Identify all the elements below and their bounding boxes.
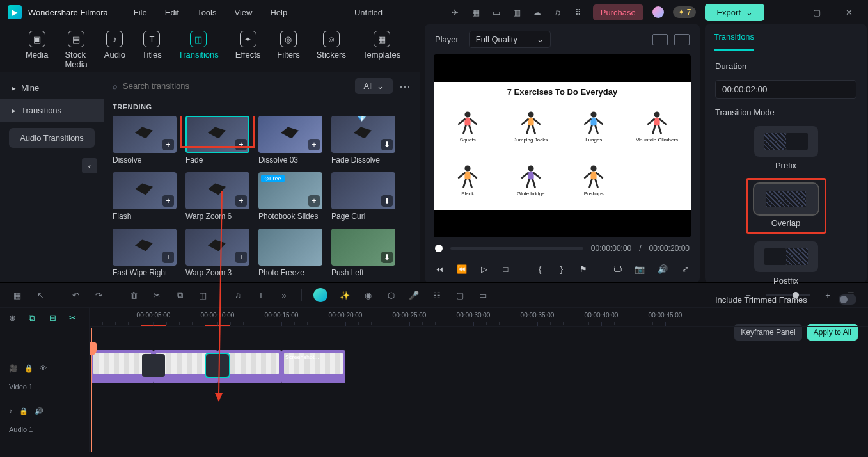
tab-filters[interactable]: ◎Filters <box>271 28 306 72</box>
music-icon[interactable]: ♫ <box>232 289 244 301</box>
quality-dropdown[interactable]: Full Quality⌄ <box>469 31 551 48</box>
credits-badge[interactable]: ✦ 7 <box>673 6 697 18</box>
record-icon[interactable]: ◉ <box>362 289 374 301</box>
tab-stickers[interactable]: ☺Stickers <box>310 28 352 72</box>
tab-effects[interactable]: ✦Effects <box>229 28 267 72</box>
menu-file[interactable]: File <box>134 8 147 17</box>
include-trimmed-toggle[interactable] <box>839 294 856 305</box>
menu-tools[interactable]: Tools <box>197 8 216 17</box>
layout-image-icon[interactable] <box>674 34 690 45</box>
marker-icon[interactable]: ⚑ <box>579 263 588 275</box>
add-icon[interactable]: + <box>235 252 247 263</box>
more-tools-icon[interactable]: » <box>278 289 290 301</box>
frame-icon[interactable]: ▢ <box>454 289 466 301</box>
purchase-button[interactable]: Purchase <box>593 4 643 20</box>
lock-icon[interactable]: 🔒 <box>24 364 33 373</box>
timeline-tracks[interactable]: 00:00:05:0000:00:10:0000:00:15:0000:00:2… <box>90 308 868 452</box>
add-icon[interactable]: + <box>308 139 320 150</box>
step-back-button[interactable]: ⏪ <box>457 263 467 275</box>
sidebar-item-mine[interactable]: ▸Mine <box>0 77 104 99</box>
save-icon[interactable]: ▦ <box>470 6 482 18</box>
eye-icon[interactable]: 👁 <box>40 364 47 373</box>
zoom-slider[interactable] <box>766 294 810 296</box>
add-track-icon[interactable]: ⊕ <box>9 313 20 325</box>
sidebar-item-transitions[interactable]: ▸Transitions <box>0 99 104 122</box>
tab-stock-media[interactable]: ▤Stock Media <box>58 28 93 72</box>
transition-card[interactable]: + Warp Zoom 6 <box>185 172 249 221</box>
mixer-icon[interactable]: ☷ <box>431 289 443 301</box>
add-icon[interactable]: + <box>235 139 247 150</box>
add-icon[interactable]: + <box>162 139 174 150</box>
transition-card[interactable]: 💎 ⬇ Fade Dissolve <box>331 116 395 164</box>
grid4-icon[interactable]: ▦ <box>12 289 23 301</box>
display-icon[interactable]: 🖵 <box>613 263 622 275</box>
video-track-header[interactable]: 🎥🔒👁 <box>0 359 89 378</box>
prev-frame-button[interactable]: ⏮ <box>435 263 444 275</box>
crop-icon[interactable]: ◫ <box>197 289 209 301</box>
delete-icon[interactable]: 🗑 <box>128 289 139 301</box>
snap-icon[interactable]: ✂ <box>69 313 80 325</box>
filter-all-dropdown[interactable]: All⌄ <box>355 78 393 94</box>
add-icon[interactable]: + <box>308 195 320 207</box>
duration-input[interactable] <box>715 80 856 99</box>
text-tool-icon[interactable]: T <box>255 289 267 301</box>
layout-single-icon[interactable] <box>652 34 668 45</box>
mark-in-button[interactable]: { <box>535 263 544 275</box>
cloud-icon[interactable]: ☁ <box>532 6 543 18</box>
mode-overlap[interactable]: Overlap <box>754 184 818 228</box>
send-icon[interactable]: ✈ <box>450 6 461 18</box>
mic-icon[interactable]: 🎤 <box>408 289 420 301</box>
add-icon[interactable]: + <box>162 195 174 207</box>
pointer-icon[interactable]: ↖ <box>35 289 46 301</box>
undo-button[interactable]: ↶ <box>70 289 81 301</box>
video-track[interactable]: Screenshot... <box>90 348 868 386</box>
redo-button[interactable]: ↷ <box>93 289 104 301</box>
export-button[interactable]: Export ⌄ <box>705 4 764 21</box>
menu-view[interactable]: View <box>234 8 252 17</box>
cut-icon[interactable]: ✂ <box>151 289 162 301</box>
stop-button[interactable]: □ <box>501 263 510 275</box>
transition-card[interactable]: + Warp Zoom 3 <box>185 228 249 277</box>
transition-card[interactable]: + Dissolve <box>113 116 177 164</box>
pager-prev-button[interactable]: ‹ <box>82 158 97 173</box>
link-tracks-icon[interactable]: ⧉ <box>29 313 40 325</box>
time-ruler[interactable]: 00:00:05:0000:00:10:0000:00:15:0000:00:2… <box>90 308 868 327</box>
video-preview[interactable]: 7 Exercises To Do Everyday SquatsJumping… <box>434 54 691 237</box>
playhead[interactable] <box>91 328 92 452</box>
transition-card[interactable]: + Flash <box>113 172 177 221</box>
transition-card[interactable]: + Dissolve 03 <box>258 116 322 164</box>
fullscreen-icon[interactable]: ⤢ <box>681 263 690 275</box>
mark-out-button[interactable]: } <box>557 263 566 275</box>
scrubber-track[interactable] <box>450 247 583 250</box>
close-button[interactable]: ✕ <box>837 8 860 17</box>
transition-2-selected[interactable] <box>206 354 229 377</box>
link-icon[interactable]: ⧉ <box>174 289 185 301</box>
snapshot-icon[interactable]: 📷 <box>635 263 645 275</box>
transition-card[interactable]: + Fast Wipe Right <box>113 228 177 277</box>
mode-prefix[interactable]: Prefix <box>754 126 818 170</box>
add-icon[interactable]: ⬇ <box>381 252 393 263</box>
apps-icon[interactable]: ⠿ <box>572 6 584 18</box>
search-input[interactable]: ⌕ <box>113 81 349 91</box>
transition-1[interactable] <box>142 354 165 377</box>
ai-button[interactable] <box>313 288 327 302</box>
tab-transitions[interactable]: ◫Transitions <box>172 28 225 72</box>
tab-audio[interactable]: ♪Audio <box>98 28 132 72</box>
menu-help[interactable]: Help <box>270 8 287 17</box>
play-button[interactable]: ▷ <box>480 263 489 275</box>
add-icon[interactable]: + <box>235 195 247 207</box>
properties-tab-transitions[interactable]: Transitions <box>714 24 754 51</box>
scrubber-handle[interactable] <box>435 245 443 252</box>
tab-templates[interactable]: ▦Templates <box>356 28 407 72</box>
transition-card[interactable]: + Fade <box>185 116 249 164</box>
add-icon[interactable]: + <box>162 252 174 263</box>
library-icon[interactable]: ▥ <box>511 6 523 18</box>
menu-edit[interactable]: Edit <box>165 8 179 17</box>
more-icon[interactable]: ⋯ <box>399 79 411 93</box>
enhance-icon[interactable]: ✨ <box>339 289 351 301</box>
transition-card[interactable]: ⬇ Page Curl <box>331 172 395 221</box>
headphones-icon[interactable]: ♫ <box>552 6 564 18</box>
tab-titles[interactable]: TTitles <box>136 28 168 72</box>
shield-icon[interactable]: ⬡ <box>385 289 397 301</box>
mute-icon[interactable]: 🔊 <box>35 407 43 415</box>
